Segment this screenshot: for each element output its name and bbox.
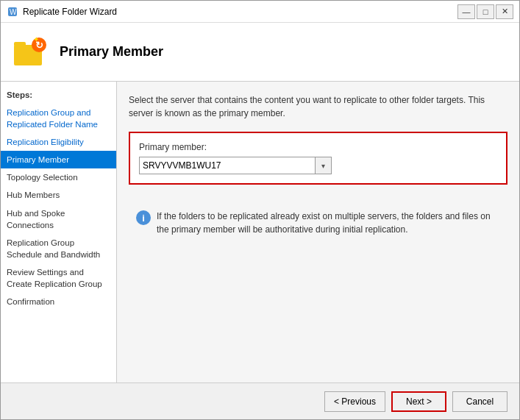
primary-member-label: Primary Member — [7, 155, 69, 164]
hub-spoke-label: Hub and Spoke Connections — [7, 209, 65, 229]
window-title: Replicate Folder Wizard — [23, 7, 457, 17]
sidebar-item-schedule-bandwidth: Replication Group Schedule and Bandwidth — [1, 234, 116, 263]
sidebar-item-hub-spoke: Hub and Spoke Connections — [1, 204, 116, 234]
dropdown-arrow-icon: ▾ — [321, 162, 325, 170]
wizard-header: ↻ ✦ Primary Member — [1, 23, 519, 82]
confirmation-label: Confirmation — [7, 297, 54, 306]
main-content: Select the server that contains the cont… — [117, 82, 519, 382]
content-area: Steps: Replication Group and Replicated … — [1, 82, 519, 382]
sidebar-item-review-settings: Review Settings and Create Replication G… — [1, 263, 116, 293]
primary-member-field-label: Primary member: — [139, 142, 497, 152]
window-controls: — □ ✕ — [457, 4, 513, 19]
info-text: If the folders to be replicated already … — [157, 210, 500, 236]
footer: < Previous Next > Cancel — [1, 382, 519, 419]
svg-rect-3 — [14, 42, 26, 46]
sidebar-item-confirmation: Confirmation — [1, 293, 116, 310]
wizard-icon: ↻ ✦ — [13, 35, 48, 70]
sidebar-item-replication-eligibility[interactable]: Replication Eligibility — [1, 133, 116, 151]
title-bar: W Replicate Folder Wizard — □ ✕ — [1, 1, 519, 23]
dropdown-arrow-button[interactable]: ▾ — [316, 157, 332, 174]
replication-group-link[interactable]: Replication Group and Replicated Folder … — [7, 108, 98, 129]
svg-text:✦: ✦ — [33, 35, 39, 43]
main-window: W Replicate Folder Wizard — □ ✕ ↻ ✦ Prim… — [0, 0, 520, 420]
review-settings-label: Review Settings and Create Replication G… — [7, 268, 102, 288]
minimize-button[interactable]: — — [457, 4, 475, 19]
sidebar-item-topology-selection: Topology Selection — [1, 168, 116, 186]
topology-selection-label: Topology Selection — [7, 173, 78, 182]
close-button[interactable]: ✕ — [496, 4, 513, 19]
previous-button[interactable]: < Previous — [324, 391, 385, 412]
maximize-button[interactable]: □ — [477, 4, 494, 19]
sidebar-item-primary-member[interactable]: Primary Member — [1, 151, 116, 168]
hub-members-label: Hub Members — [7, 191, 60, 199]
page-description: Select the server that contains the cont… — [129, 93, 507, 120]
info-icon: i — [136, 210, 151, 225]
window-icon: W — [7, 6, 18, 18]
page-title: Primary Member — [60, 44, 163, 60]
sidebar-item-hub-members: Hub Members — [1, 186, 116, 204]
dropdown-wrapper: SRVYVVMB1WU17 ▾ — [139, 157, 497, 174]
next-button[interactable]: Next > — [391, 391, 446, 412]
primary-member-box: Primary member: SRVYVVMB1WU17 ▾ — [129, 132, 507, 185]
steps-label: Steps: — [1, 88, 116, 102]
replication-eligibility-link[interactable]: Replication Eligibility — [7, 138, 84, 146]
sidebar-item-replication-group[interactable]: Replication Group and Replicated Folder … — [1, 104, 116, 133]
primary-member-dropdown[interactable]: SRVYVVMB1WU17 — [139, 157, 316, 174]
info-box: i If the folders to be replicated alread… — [129, 202, 507, 243]
sidebar: Steps: Replication Group and Replicated … — [1, 82, 117, 382]
schedule-bandwidth-label: Replication Group Schedule and Bandwidth — [7, 238, 100, 259]
svg-text:W: W — [10, 8, 17, 16]
cancel-button[interactable]: Cancel — [452, 391, 507, 412]
